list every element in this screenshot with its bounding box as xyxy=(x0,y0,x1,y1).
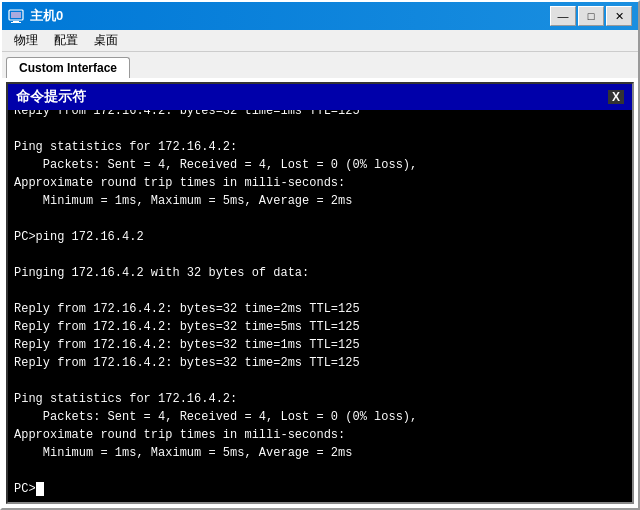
content-area: 命令提示符 X Pinging 172.16.4.2 with 32 bytes… xyxy=(2,78,638,508)
svg-rect-1 xyxy=(11,12,21,18)
cmd-line: Approximate round trip times in milli-se… xyxy=(14,174,626,192)
cmd-window: 命令提示符 X Pinging 172.16.4.2 with 32 bytes… xyxy=(6,82,634,504)
cmd-line: Reply from 172.16.4.2: bytes=32 time=1ms… xyxy=(14,110,626,120)
cmd-line: Reply from 172.16.4.2: bytes=32 time=2ms… xyxy=(14,354,626,372)
maximize-button[interactable]: □ xyxy=(578,6,604,26)
cmd-title-text: 命令提示符 xyxy=(16,88,86,106)
cmd-line: Ping statistics for 172.16.4.2: xyxy=(14,138,626,156)
cmd-line xyxy=(14,120,626,138)
cmd-close-button[interactable]: X xyxy=(608,90,624,104)
cmd-line: Approximate round trip times in milli-se… xyxy=(14,426,626,444)
cmd-line: Reply from 172.16.4.2: bytes=32 time=2ms… xyxy=(14,300,626,318)
computer-icon xyxy=(8,8,24,24)
window-title: 主机0 xyxy=(30,7,63,25)
main-window: 主机0 — □ ✕ 物理 配置 桌面 Custom Interface 命令提示… xyxy=(0,0,640,510)
cmd-title-bar: 命令提示符 X xyxy=(8,84,632,110)
cmd-line xyxy=(14,210,626,228)
cmd-line: Ping statistics for 172.16.4.2: xyxy=(14,390,626,408)
cmd-line: PC> xyxy=(14,480,626,498)
menu-bar: 物理 配置 桌面 xyxy=(2,30,638,52)
cmd-line: Reply from 172.16.4.2: bytes=32 time=5ms… xyxy=(14,318,626,336)
cmd-line xyxy=(14,372,626,390)
menu-item-wuli[interactable]: 物理 xyxy=(6,30,46,51)
cmd-line: Packets: Sent = 4, Received = 4, Lost = … xyxy=(14,156,626,174)
tab-bar: Custom Interface xyxy=(2,52,638,78)
cmd-body[interactable]: Pinging 172.16.4.2 with 32 bytes of data… xyxy=(8,110,632,502)
tab-custom-interface[interactable]: Custom Interface xyxy=(6,57,130,78)
svg-rect-3 xyxy=(11,22,21,23)
menu-item-zhuomian[interactable]: 桌面 xyxy=(86,30,126,51)
cmd-line: Minimum = 1ms, Maximum = 5ms, Average = … xyxy=(14,444,626,462)
cmd-line xyxy=(14,462,626,480)
cmd-cursor xyxy=(36,482,44,496)
cmd-line xyxy=(14,282,626,300)
close-button[interactable]: ✕ xyxy=(606,6,632,26)
cmd-line: Reply from 172.16.4.2: bytes=32 time=1ms… xyxy=(14,336,626,354)
cmd-line: Minimum = 1ms, Maximum = 5ms, Average = … xyxy=(14,192,626,210)
menu-item-peizhi[interactable]: 配置 xyxy=(46,30,86,51)
title-bar-controls: — □ ✕ xyxy=(550,6,632,26)
cmd-line: Pinging 172.16.4.2 with 32 bytes of data… xyxy=(14,264,626,282)
cmd-line: Packets: Sent = 4, Received = 4, Lost = … xyxy=(14,408,626,426)
title-bar-left: 主机0 xyxy=(8,7,63,25)
title-bar: 主机0 — □ ✕ xyxy=(2,2,638,30)
cmd-line: PC>ping 172.16.4.2 xyxy=(14,228,626,246)
minimize-button[interactable]: — xyxy=(550,6,576,26)
cmd-line xyxy=(14,246,626,264)
